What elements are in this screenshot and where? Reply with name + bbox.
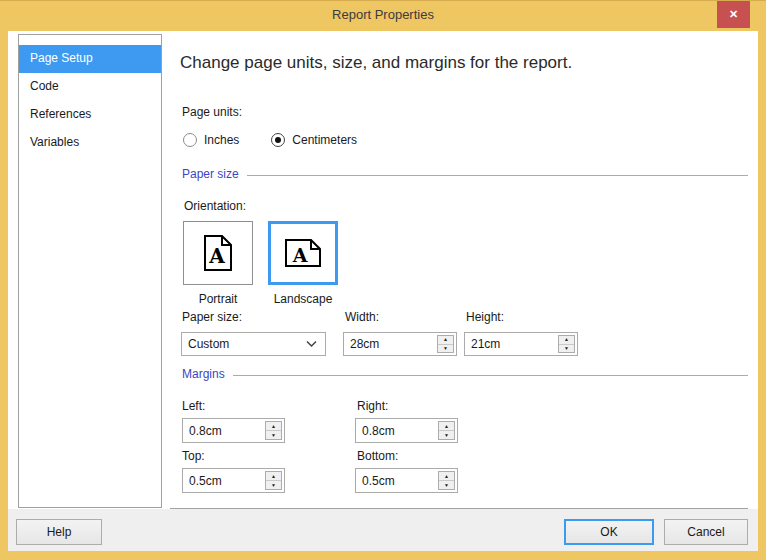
spinner-buttons: ▲ ▼ bbox=[438, 421, 455, 440]
sidebar-item-references[interactable]: References bbox=[19, 101, 161, 129]
margin-bottom-spinner[interactable]: 0.5cm ▲ ▼ bbox=[355, 468, 458, 493]
help-button[interactable]: Help bbox=[16, 519, 102, 545]
height-label: Height: bbox=[466, 310, 504, 324]
margin-right-label: Right: bbox=[357, 399, 388, 413]
radio-option-inches[interactable]: Inches bbox=[183, 133, 239, 147]
margin-bottom-label: Bottom: bbox=[357, 449, 398, 463]
margin-right-spinner[interactable]: 0.8cm ▲ ▼ bbox=[355, 418, 458, 443]
radio-label: Centimeters bbox=[292, 133, 357, 147]
spinner-buttons: ▲ ▼ bbox=[558, 335, 575, 353]
spinner-down-icon[interactable]: ▼ bbox=[439, 431, 454, 439]
spinner-buttons: ▲ ▼ bbox=[438, 471, 455, 490]
orientation-landscape-button[interactable]: A bbox=[268, 221, 338, 285]
page-units-label: Page units: bbox=[182, 105, 242, 119]
paper-size-label: Paper size: bbox=[182, 310, 242, 324]
width-value: 28cm bbox=[350, 337, 379, 351]
spinner-up-icon[interactable]: ▲ bbox=[438, 336, 453, 345]
spinner-down-icon[interactable]: ▼ bbox=[266, 431, 281, 439]
margins-group-header: Margins bbox=[182, 367, 748, 381]
cancel-button[interactable]: Cancel bbox=[664, 519, 748, 545]
group-divider-line bbox=[233, 375, 748, 376]
svg-text:A: A bbox=[208, 244, 225, 268]
margin-right-value: 0.8cm bbox=[362, 424, 395, 438]
spinner-buttons: ▲ ▼ bbox=[265, 421, 282, 440]
radio-label: Inches bbox=[204, 133, 239, 147]
report-properties-dialog: Report Properties ✕ Page Setup Code Refe… bbox=[0, 0, 766, 560]
spinner-up-icon[interactable]: ▲ bbox=[439, 472, 454, 481]
width-label: Width: bbox=[345, 310, 379, 324]
sidebar-item-variables[interactable]: Variables bbox=[19, 129, 161, 157]
margins-group-title: Margins bbox=[182, 367, 233, 381]
group-divider-line bbox=[247, 175, 748, 176]
titlebar: Report Properties ✕ bbox=[0, 1, 766, 31]
height-spinner[interactable]: 21cm ▲ ▼ bbox=[464, 332, 578, 356]
margin-top-value: 0.5cm bbox=[189, 474, 222, 488]
spinner-down-icon[interactable]: ▼ bbox=[559, 345, 574, 353]
margin-left-value: 0.8cm bbox=[189, 424, 222, 438]
width-spinner[interactable]: 28cm ▲ ▼ bbox=[343, 332, 457, 356]
chevron-down-icon bbox=[306, 341, 317, 348]
spinner-buttons: ▲ ▼ bbox=[437, 335, 454, 353]
portrait-label: Portrait bbox=[183, 292, 253, 306]
window-title: Report Properties bbox=[0, 7, 766, 22]
radio-icon[interactable] bbox=[183, 133, 197, 147]
paper-size-dropdown[interactable]: Custom bbox=[181, 332, 326, 356]
margin-left-label: Left: bbox=[182, 399, 205, 413]
spinner-up-icon[interactable]: ▲ bbox=[266, 472, 281, 481]
spinner-up-icon[interactable]: ▲ bbox=[266, 422, 281, 431]
landscape-page-icon: A bbox=[284, 238, 322, 268]
sidebar-item-page-setup[interactable]: Page Setup bbox=[19, 45, 161, 73]
margin-top-label: Top: bbox=[182, 449, 205, 463]
ok-button[interactable]: OK bbox=[564, 519, 654, 545]
spinner-up-icon[interactable]: ▲ bbox=[439, 422, 454, 431]
landscape-label: Landscape bbox=[268, 292, 338, 306]
orientation-label: Orientation: bbox=[184, 199, 246, 213]
page-heading: Change page units, size, and margins for… bbox=[180, 53, 572, 73]
close-button[interactable]: ✕ bbox=[717, 1, 750, 28]
radio-option-centimeters[interactable]: Centimeters bbox=[271, 133, 357, 147]
page-units-radio-group: Inches Centimeters bbox=[183, 133, 357, 147]
height-value: 21cm bbox=[471, 337, 500, 351]
spinner-buttons: ▲ ▼ bbox=[265, 471, 282, 490]
footer: Help OK Cancel bbox=[8, 509, 758, 551]
spinner-down-icon[interactable]: ▼ bbox=[439, 481, 454, 489]
paper-size-value: Custom bbox=[188, 337, 229, 351]
svg-text:A: A bbox=[292, 244, 308, 266]
paper-size-group-header: Paper size bbox=[182, 167, 748, 181]
close-icon: ✕ bbox=[729, 8, 738, 21]
margin-bottom-value: 0.5cm bbox=[362, 474, 395, 488]
margin-top-spinner[interactable]: 0.5cm ▲ ▼ bbox=[182, 468, 285, 493]
spinner-down-icon[interactable]: ▼ bbox=[266, 481, 281, 489]
category-list: Page Setup Code References Variables bbox=[18, 34, 162, 508]
radio-selected-icon[interactable] bbox=[271, 133, 285, 147]
dialog-body: Page Setup Code References Variables Cha… bbox=[8, 31, 758, 551]
paper-size-group-title: Paper size bbox=[182, 167, 247, 181]
orientation-portrait-button[interactable]: A bbox=[183, 221, 253, 285]
sidebar-item-code[interactable]: Code bbox=[19, 73, 161, 101]
spinner-up-icon[interactable]: ▲ bbox=[559, 336, 574, 345]
spinner-down-icon[interactable]: ▼ bbox=[438, 345, 453, 353]
margin-left-spinner[interactable]: 0.8cm ▲ ▼ bbox=[182, 418, 285, 443]
portrait-page-icon: A bbox=[203, 234, 233, 272]
